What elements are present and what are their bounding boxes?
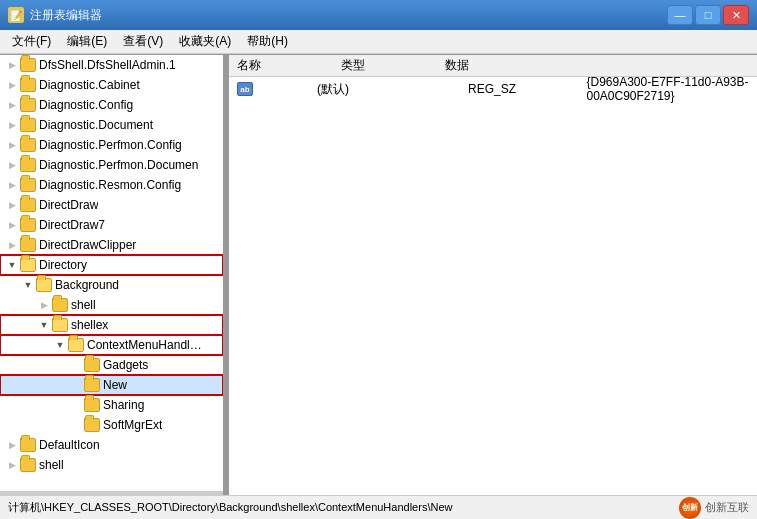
- folder-icon: [20, 58, 36, 72]
- tree-item[interactable]: ▼Directory: [0, 255, 223, 275]
- folder-icon: [20, 218, 36, 232]
- tree-item[interactable]: ▶DirectDraw: [0, 195, 223, 215]
- registry-value-data: {D969A300-E7FF-11d0-A93B-00A0C90F2719}: [586, 77, 749, 103]
- tree-expander[interactable]: [68, 397, 84, 413]
- status-logo: 创新 创新互联: [679, 497, 749, 519]
- registry-value-type: REG_SZ: [468, 82, 526, 96]
- menu-bar: 文件(F) 编辑(E) 查看(V) 收藏夹(A) 帮助(H): [0, 30, 757, 54]
- tree-expander[interactable]: ▶: [4, 457, 20, 473]
- tree-expander[interactable]: [68, 357, 84, 373]
- tree-expander[interactable]: ▶: [4, 97, 20, 113]
- folder-icon: [20, 458, 36, 472]
- tree-item[interactable]: ▶DefaultIcon: [0, 435, 223, 455]
- registry-value-name: (默认): [317, 81, 408, 98]
- tree-expander[interactable]: [68, 417, 84, 433]
- folder-icon: [20, 98, 36, 112]
- tree-scroll[interactable]: ▶DfsShell.DfsShellAdmin.1▶Diagnostic.Cab…: [0, 55, 223, 491]
- tree-expander[interactable]: ▶: [4, 77, 20, 93]
- tree-expander[interactable]: ▶: [4, 57, 20, 73]
- tree-item-label: shell: [39, 458, 64, 472]
- folder-icon: [36, 278, 52, 292]
- logo-text: 创新互联: [705, 500, 749, 515]
- tree-item-label: DefaultIcon: [39, 438, 100, 452]
- folder-icon: [20, 238, 36, 252]
- tree-item[interactable]: ▶Diagnostic.Document: [0, 115, 223, 135]
- tree-expander[interactable]: ▼: [20, 277, 36, 293]
- menu-favorites[interactable]: 收藏夹(A): [171, 31, 239, 52]
- tree-resize-handle[interactable]: [0, 491, 223, 495]
- folder-icon: [84, 398, 100, 412]
- tree-expander[interactable]: ▶: [36, 297, 52, 313]
- tree-item-label: Diagnostic.Perfmon.Config: [39, 138, 182, 152]
- tree-item-label: New: [103, 378, 127, 392]
- menu-file[interactable]: 文件(F): [4, 31, 59, 52]
- tree-item[interactable]: ▶shell: [0, 455, 223, 475]
- tree-expander[interactable]: [68, 377, 84, 393]
- tree-item[interactable]: ▶shell: [0, 295, 223, 315]
- app-icon: 📝: [8, 7, 24, 23]
- tree-item-label: Diagnostic.Perfmon.Documen: [39, 158, 198, 172]
- tree-expander[interactable]: ▼: [36, 317, 52, 333]
- tree-item[interactable]: ▶DfsShell.DfsShellAdmin.1: [0, 55, 223, 75]
- window-title: 注册表编辑器: [30, 7, 667, 24]
- tree-item-label: shell: [71, 298, 96, 312]
- registry-row[interactable]: ab(默认)REG_SZ{D969A300-E7FF-11d0-A93B-00A…: [229, 79, 757, 99]
- title-bar: 📝 注册表编辑器 — □ ✕: [0, 0, 757, 30]
- tree-expander[interactable]: ▶: [4, 437, 20, 453]
- tree-item-label: DirectDraw: [39, 198, 98, 212]
- tree-item[interactable]: SoftMgrExt: [0, 415, 223, 435]
- tree-item-label: Diagnostic.Document: [39, 118, 153, 132]
- menu-edit[interactable]: 编辑(E): [59, 31, 115, 52]
- tree-item-label: Directory: [39, 258, 87, 272]
- tree-item[interactable]: ▶DirectDraw7: [0, 215, 223, 235]
- column-headers: 名称 类型 数据: [229, 55, 757, 77]
- folder-icon: [20, 438, 36, 452]
- main-area: ▶DfsShell.DfsShellAdmin.1▶Diagnostic.Cab…: [0, 54, 757, 495]
- tree-item-label: DirectDraw7: [39, 218, 105, 232]
- tree-expander[interactable]: ▼: [52, 337, 68, 353]
- tree-expander[interactable]: ▶: [4, 117, 20, 133]
- minimize-button[interactable]: —: [667, 5, 693, 25]
- tree-item[interactable]: ▶DirectDrawClipper: [0, 235, 223, 255]
- logo-icon: 创新: [679, 497, 701, 519]
- tree-item-label: Diagnostic.Config: [39, 98, 133, 112]
- status-bar: 计算机\HKEY_CLASSES_ROOT\Directory\Backgrou…: [0, 495, 757, 519]
- col-data: 数据: [445, 57, 469, 74]
- tree-expander[interactable]: ▶: [4, 157, 20, 173]
- close-button[interactable]: ✕: [723, 5, 749, 25]
- tree-item-label: Sharing: [103, 398, 144, 412]
- tree-expander[interactable]: ▶: [4, 177, 20, 193]
- tree-item[interactable]: New: [0, 375, 223, 395]
- tree-expander[interactable]: ▼: [4, 257, 20, 273]
- col-type: 类型: [341, 57, 365, 74]
- tree-item[interactable]: ▶Diagnostic.Cabinet: [0, 75, 223, 95]
- tree-expander[interactable]: ▶: [4, 197, 20, 213]
- maximize-button[interactable]: □: [695, 5, 721, 25]
- tree-item[interactable]: ▼Background: [0, 275, 223, 295]
- tree-item-label: SoftMgrExt: [103, 418, 162, 432]
- status-path: 计算机\HKEY_CLASSES_ROOT\Directory\Backgrou…: [8, 500, 452, 515]
- right-panel: 名称 类型 数据 ab(默认)REG_SZ{D969A300-E7FF-11d0…: [229, 55, 757, 495]
- menu-help[interactable]: 帮助(H): [239, 31, 296, 52]
- tree-item[interactable]: ▶Diagnostic.Resmon.Config: [0, 175, 223, 195]
- tree-item[interactable]: ▼shellex: [0, 315, 223, 335]
- tree-expander[interactable]: ▶: [4, 137, 20, 153]
- tree-expander[interactable]: ▶: [4, 217, 20, 233]
- tree-item-label: DirectDrawClipper: [39, 238, 136, 252]
- tree-expander[interactable]: ▶: [4, 237, 20, 253]
- tree-item[interactable]: ▶Diagnostic.Perfmon.Config: [0, 135, 223, 155]
- folder-icon: [20, 258, 36, 272]
- menu-view[interactable]: 查看(V): [115, 31, 171, 52]
- tree-item[interactable]: ▶Diagnostic.Perfmon.Documen: [0, 155, 223, 175]
- folder-icon: [52, 318, 68, 332]
- tree-item[interactable]: ▼ContextMenuHandl…: [0, 335, 223, 355]
- tree-item[interactable]: Sharing: [0, 395, 223, 415]
- folder-icon: [20, 78, 36, 92]
- tree-item-label: shellex: [71, 318, 108, 332]
- tree-item[interactable]: Gadgets: [0, 355, 223, 375]
- folder-icon: [84, 378, 100, 392]
- tree-item[interactable]: ▶Diagnostic.Config: [0, 95, 223, 115]
- folder-icon: [20, 198, 36, 212]
- tree-item-label: DfsShell.DfsShellAdmin.1: [39, 58, 176, 72]
- tree-panel: ▶DfsShell.DfsShellAdmin.1▶Diagnostic.Cab…: [0, 55, 225, 495]
